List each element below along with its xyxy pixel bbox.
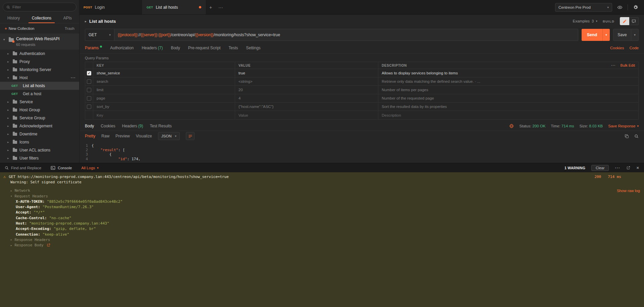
param-checkbox[interactable] <box>87 96 91 101</box>
sidebar-request-get-a-host[interactable]: GETGet a host <box>0 90 79 98</box>
search-icon[interactable] <box>634 134 639 138</box>
param-key[interactable]: search <box>93 77 235 85</box>
param-key[interactable]: page <box>93 94 235 102</box>
save-button[interactable]: Save <box>613 29 631 41</box>
param-value[interactable]: 20 <box>235 86 378 94</box>
sidebar-folder-service[interactable]: ▸Service <box>0 98 79 106</box>
find-and-replace-button[interactable]: Find and Replace <box>5 166 41 170</box>
tab-apis[interactable]: APIs <box>60 13 75 23</box>
sidebar-folder-proxy[interactable]: ▸Proxy <box>0 58 79 66</box>
code-link[interactable]: Code <box>630 46 639 50</box>
copy-icon[interactable] <box>625 134 629 138</box>
sidebar-folder-user-acl-actions[interactable]: ▸User ACL actions <box>0 146 79 154</box>
edit-mode-button[interactable] <box>620 17 629 25</box>
param-value[interactable]: {"host.name":"ASC"} <box>235 103 378 111</box>
bulk-edit-link[interactable]: Bulk Edit <box>621 63 635 67</box>
view-tab-raw[interactable]: Raw <box>101 134 109 138</box>
settings-button[interactable] <box>631 3 640 12</box>
param-checkbox[interactable] <box>87 79 91 84</box>
send-button[interactable]: Send <box>582 29 602 41</box>
cookies-link[interactable]: Cookies <box>610 46 624 50</box>
save-response-button[interactable]: Save Response▾ <box>608 124 639 128</box>
console-request-line[interactable]: ⚠ GET https://monitoring-preprod.company… <box>0 174 644 179</box>
sidebar-request-list-all-hosts[interactable]: GETList all hosts <box>0 82 79 90</box>
sidebar-folder-downtime[interactable]: ▸Downtime <box>0 130 79 138</box>
tab-history[interactable]: History <box>4 13 23 23</box>
tab-tests[interactable]: Tests <box>228 46 238 50</box>
examples-dropdown[interactable]: Examples 3 ▾ <box>573 19 597 23</box>
param-description[interactable]: Number of items per pages <box>378 86 638 94</box>
param-key-placeholder[interactable]: Key <box>93 111 235 119</box>
close-console-icon[interactable]: × <box>636 165 639 170</box>
sidebar-folder-authentication[interactable]: ▸Authentication <box>0 50 79 58</box>
show-raw-log-link[interactable]: Show raw log <box>617 189 640 193</box>
response-tab-cookies[interactable]: Cookies <box>101 124 115 128</box>
more-options-icon[interactable]: ··· <box>71 75 76 80</box>
sidebar-folder-host[interactable]: ▾Host··· <box>0 74 79 82</box>
tab-body[interactable]: Body <box>171 46 180 50</box>
request-tab-login[interactable]: POST Login <box>79 0 143 14</box>
new-tab-button[interactable]: + <box>206 0 216 14</box>
environment-selector[interactable]: Centreon Pre Prod ▾ <box>555 3 612 12</box>
sidebar-folder-service-group[interactable]: ▸Service Group <box>0 114 79 122</box>
sidebar-folder-monitoring-server[interactable]: ▸Monitoring Server <box>0 66 79 74</box>
param-value[interactable]: <string> <box>235 77 378 85</box>
param-description[interactable]: Allows to display services belonging to … <box>378 69 638 77</box>
format-selector[interactable]: JSON▾ <box>158 132 180 140</box>
console-button[interactable]: Console <box>51 166 72 170</box>
wrap-lines-button[interactable] <box>186 132 195 140</box>
tab-more-options-icon[interactable]: ··· <box>216 0 226 14</box>
param-description[interactable]: Number of the requested page <box>378 94 638 102</box>
more-options-icon[interactable]: ··· <box>611 64 616 67</box>
sidebar-folder-user-filters[interactable]: ▸User filters <box>0 154 79 162</box>
tab-authorization[interactable]: Authorization <box>110 46 133 50</box>
console-network-toggle[interactable]: ▸Network <box>0 188 644 193</box>
url-input[interactable]: {{protocol}}://{{server}}:{{port}}/centr… <box>114 29 578 41</box>
param-description[interactable]: Sort the resulted data by its properties <box>378 103 638 111</box>
collection-centreon-web-restapi[interactable]: ▾ Centreon Web RestAPI 60 requests <box>0 34 79 50</box>
param-key[interactable]: show_service <box>93 69 235 77</box>
tab-pre-request-script[interactable]: Pre-request Script <box>188 46 221 50</box>
tab-collections[interactable]: Collections <box>29 13 55 23</box>
network-globe-icon[interactable] <box>509 124 514 128</box>
tab-settings[interactable]: Settings <box>246 46 261 50</box>
view-tab-preview[interactable]: Preview <box>115 134 130 138</box>
save-options-caret[interactable]: ▾ <box>631 29 639 41</box>
method-selector[interactable]: GET ▾ <box>85 29 114 41</box>
response-tab-test-results[interactable]: Test Results <box>150 124 172 128</box>
param-value-placeholder[interactable]: Value <box>235 111 378 119</box>
param-value[interactable]: 4 <box>235 94 378 102</box>
param-description[interactable]: Retrieve only data matching the defined … <box>378 77 638 85</box>
console-response-headers-toggle[interactable]: ▸Response Headers <box>0 237 644 242</box>
comment-mode-button[interactable] <box>629 17 639 25</box>
request-tab-list-all-hosts[interactable]: GET List all hosts <box>143 0 206 14</box>
param-checkbox[interactable] <box>87 105 91 109</box>
param-description-placeholder[interactable]: Description <box>378 111 638 119</box>
log-filter-dropdown[interactable]: All Logs ▾ <box>81 166 98 170</box>
tab-params[interactable]: Params <box>85 46 102 50</box>
console-more-options-icon[interactable]: ··· <box>615 165 620 170</box>
response-tab-headers[interactable]: Headers(9) <box>122 124 143 128</box>
console-request-headers-toggle[interactable]: ▾Request Headers <box>0 193 644 199</box>
sidebar-folder-host-group[interactable]: ▸Host Group <box>0 106 79 114</box>
sidebar-folder-icons[interactable]: ▸Icons <box>0 138 79 146</box>
view-tab-visualize[interactable]: Visualize <box>136 134 152 138</box>
external-link-icon[interactable] <box>47 243 50 247</box>
trash-button[interactable]: Trash <box>65 26 74 30</box>
param-value[interactable]: true <box>235 69 378 77</box>
sidebar-folder-acknowledgement[interactable]: ▸Acknowledgement <box>0 122 79 130</box>
response-tab-body[interactable]: Body <box>85 124 94 128</box>
chevron-right-icon[interactable]: ▸ <box>85 19 87 23</box>
param-key[interactable]: limit <box>93 86 235 94</box>
environment-quick-look-button[interactable] <box>615 3 624 12</box>
param-checkbox[interactable] <box>87 88 91 92</box>
tab-headers[interactable]: Headers(7) <box>142 46 163 50</box>
send-options-caret[interactable]: ▾ <box>602 29 610 41</box>
new-collection-button[interactable]: +New Collection <box>5 26 34 30</box>
clear-console-button[interactable]: Clear <box>591 165 609 171</box>
response-body-editor[interactable]: 1{ 2 "result": [ 3 { 4 "id": 174, <box>79 141 644 163</box>
console-response-body-toggle[interactable]: ▸Response Body <box>0 243 644 248</box>
param-checkbox-checked[interactable]: ✓ <box>87 71 91 75</box>
view-tab-pretty[interactable]: Pretty <box>85 134 95 138</box>
param-key[interactable]: sort_by <box>93 103 235 111</box>
